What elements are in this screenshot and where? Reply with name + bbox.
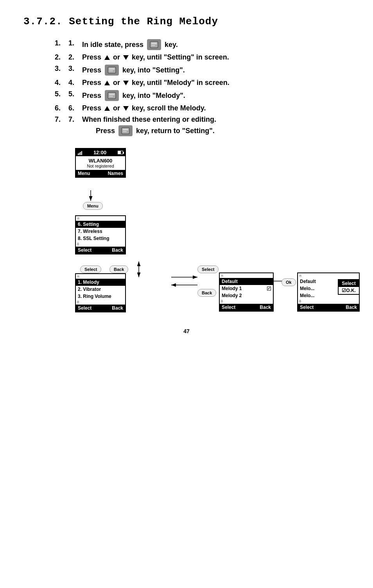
menu-key-icon-1 xyxy=(147,39,161,50)
back-oval-2[interactable]: Back xyxy=(197,289,216,297)
melody-item-1: 1. Melody xyxy=(76,279,125,286)
svg-rect-4 xyxy=(109,68,115,70)
back-oval-2-label: Back xyxy=(202,290,212,295)
idle-screen-footer: Menu Names xyxy=(76,170,125,177)
idle-device-name: WLAN600 xyxy=(77,158,124,164)
step-7-press: Press xyxy=(96,127,115,135)
melody-list-select-btn: Select xyxy=(222,305,235,310)
step-4-text: key, until "Melody" in screen. xyxy=(132,79,230,87)
idle-time: 12:00 xyxy=(93,150,106,155)
idle-screen-header: 12:00 xyxy=(76,149,125,156)
melody-list-item-2: Melody 2 xyxy=(220,292,273,299)
melody-back-btn: Back xyxy=(112,305,123,311)
melody-popup-select-btn: Select xyxy=(300,305,314,310)
step-7: 7. When finished these entering or editi… xyxy=(55,115,350,136)
step-6-number: 6. xyxy=(68,104,82,112)
setting-menu-pi: π xyxy=(76,216,125,221)
menu-key-icon-3 xyxy=(105,65,119,76)
svg-rect-0 xyxy=(150,41,158,48)
down-arrow-icon-4 xyxy=(123,81,129,85)
melody-list-item-1: Melody 1 ✓ xyxy=(220,285,273,292)
menu-oval-label: Menu xyxy=(87,204,99,208)
step-7-number: 7. xyxy=(68,115,82,124)
step-1: 1. In idle state, press key. xyxy=(55,39,350,50)
select-oval-2[interactable]: Select xyxy=(197,265,219,273)
step-7-text: When finished these entering or editing. xyxy=(82,115,216,123)
step-7-subtext: key, return to "Setting". xyxy=(136,127,215,135)
melody-list-pi: π xyxy=(220,273,273,278)
step-4-press: Press xyxy=(82,79,101,87)
melody-popup-screen: π Default Melo... ✓ Melo... θ Select Bac… xyxy=(297,272,360,312)
battery-icon xyxy=(118,151,123,154)
step-2: 2. Press or key, until "Setting" in scre… xyxy=(55,53,350,61)
step-4-or: or xyxy=(113,79,120,87)
idle-status: Not registered xyxy=(77,164,124,168)
up-arrow-icon-4 xyxy=(104,81,110,85)
up-arrow-icon-6 xyxy=(104,106,110,111)
ok-oval-button[interactable]: Ok xyxy=(282,278,296,286)
instructions-list: 1. In idle state, press key. 2. Press xyxy=(55,39,350,136)
step-3-press: Press xyxy=(82,66,101,74)
step-1-content: In idle state, press key. xyxy=(82,39,178,50)
svg-rect-3 xyxy=(108,67,116,73)
svg-rect-11 xyxy=(123,131,127,132)
up-arrow-icon-2 xyxy=(104,55,110,60)
diagram: 12:00 WLAN600 Not registered Menu Names … xyxy=(55,148,350,312)
step-6: 6. Press or key, scroll the Melody. xyxy=(55,104,350,112)
ok-oval-label: Ok xyxy=(286,280,292,285)
step-3-content: Press key, into "Setting". xyxy=(82,65,185,76)
svg-rect-1 xyxy=(151,43,157,44)
step-5-number: 5. xyxy=(68,90,82,98)
idle-left-btn: Menu xyxy=(78,171,90,176)
melody-menu-footer: Select Back xyxy=(76,305,125,312)
down-arrow-icon-2 xyxy=(123,55,129,60)
setting-item-1: 6. Setting xyxy=(76,221,125,228)
back-oval-button[interactable]: Back xyxy=(109,265,128,273)
setting-back-btn: Back xyxy=(112,247,123,253)
page-number: 47 xyxy=(23,328,350,334)
idle-screen: 12:00 WLAN600 Not registered Menu Names xyxy=(75,148,126,178)
melody-menu-screen: π 1. Melody 2. Vibrator 3. Ring Volume θ… xyxy=(75,273,126,312)
select-oval-2-label: Select xyxy=(202,267,214,272)
setting-item-2: 7. Wireless xyxy=(76,228,125,235)
step-1-text-after: key. xyxy=(165,41,178,49)
melody-list-item-default: Default xyxy=(220,278,273,285)
step-5-content: Press key, into "Melody". xyxy=(82,90,185,101)
step-3: 3. Press key, into "Setting". xyxy=(55,65,350,76)
step-1-text-before: In idle state, press xyxy=(82,41,143,49)
popup-menu: Select ☑O.K. xyxy=(338,279,360,295)
down-arrow-icon-6 xyxy=(123,106,129,111)
menu-key-icon-7 xyxy=(118,125,133,136)
step-4-number: 4. xyxy=(68,79,82,87)
svg-rect-10 xyxy=(123,129,128,130)
step-7-substep: Press key, return to "Setting". xyxy=(96,125,216,136)
melody-menu-theta: θ xyxy=(76,300,125,305)
svg-rect-2 xyxy=(151,45,155,46)
melody-popup-pi: π xyxy=(298,273,359,278)
step-6-press: Press xyxy=(82,104,101,112)
svg-rect-7 xyxy=(109,94,115,95)
menu-oval-button[interactable]: Menu xyxy=(83,202,103,210)
step-5-text: key, into "Melody". xyxy=(122,92,185,100)
page-title: 3.7.2. Setting the Ring Melody xyxy=(23,16,350,27)
melody-popup-back-btn: Back xyxy=(346,305,357,310)
step-1-number: 1. xyxy=(68,39,82,47)
svg-rect-6 xyxy=(108,92,116,99)
setting-select-btn: Select xyxy=(78,247,91,253)
step-5: 5. Press key, into "Melody". xyxy=(55,90,350,101)
step-4: 4. Press or key, until "Melody" in scree… xyxy=(55,79,350,87)
melody-list-footer: Select Back xyxy=(220,304,273,311)
setting-menu-footer: Select Back xyxy=(76,247,125,254)
melody-select-btn: Select xyxy=(78,305,91,311)
step-5-press: Press xyxy=(82,92,101,100)
melody-list-theta: θ xyxy=(220,299,273,304)
signal-icon xyxy=(78,150,82,155)
setting-menu-theta: θ xyxy=(76,242,125,247)
setting-item-3: 8. SSL Setting xyxy=(76,235,125,242)
melody-list-back-btn: Back xyxy=(260,305,271,310)
melody-item-3: 3. Ring Volume xyxy=(76,293,125,300)
select-oval-label: Select xyxy=(84,267,97,272)
menu-key-icon-5 xyxy=(105,90,119,101)
melody-menu-pi: π xyxy=(76,274,125,279)
select-oval-button[interactable]: Select xyxy=(80,265,101,273)
